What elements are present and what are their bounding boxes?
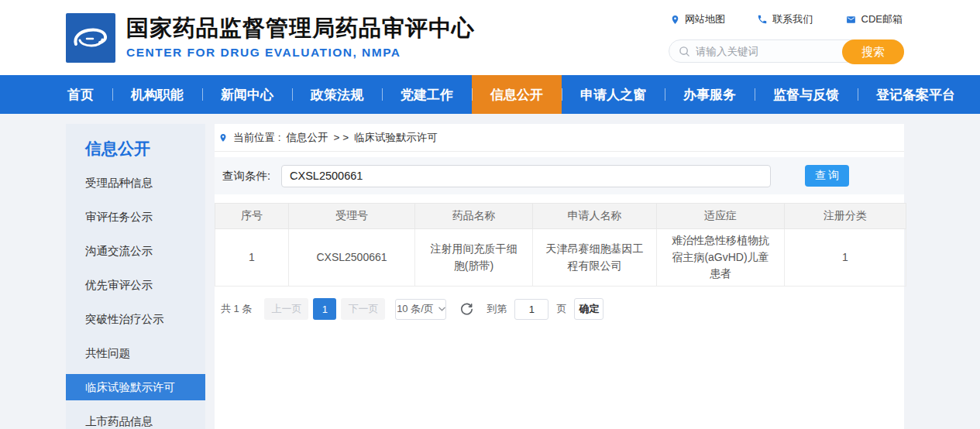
sidebar-item-common-issues[interactable]: 共性问题	[66, 336, 205, 370]
cell-registration-category: 1	[785, 229, 906, 287]
pagination-total: 共 1 条	[221, 302, 252, 316]
main-panel: 当前位置 : 信息公开 > > 临床试验默示许可 查询条件: 查询 序号 受理号	[215, 124, 904, 429]
contact-us-link[interactable]: 联系我们	[757, 12, 813, 26]
nav-item-news[interactable]: 新闻中心	[202, 75, 292, 114]
cell-indication: 难治性急性移植物抗宿主病(aGvHD)儿童患者	[657, 229, 785, 287]
col-header-indication: 适应症	[657, 204, 785, 229]
location-pin-icon	[218, 132, 228, 143]
cell-seq: 1	[215, 229, 289, 287]
col-header-acceptance-no: 受理号	[289, 204, 415, 229]
page-number-1[interactable]: 1	[313, 298, 336, 320]
refresh-icon[interactable]	[460, 303, 473, 316]
nav-item-services[interactable]: 办事服务	[665, 75, 755, 114]
table-header-row: 序号 受理号 药品名称 申请人名称 适应症 注册分类	[215, 204, 906, 229]
query-button[interactable]: 查询	[805, 165, 849, 187]
page-size-value: 10 条/页	[397, 302, 434, 316]
brand: 国家药品监督管理局药品审评中心 CENTER FOR DRUG EVALUATI…	[66, 13, 475, 63]
nav-item-party-building[interactable]: 党建工作	[382, 75, 472, 114]
results-table-wrap: 序号 受理号 药品名称 申请人名称 适应症 注册分类 1 CXSL2500661…	[215, 203, 904, 287]
breadcrumb-prefix: 当前位置 :	[233, 131, 281, 145]
goto-page-suffix: 页	[556, 302, 566, 316]
sidebar: 信息公开 受理品种信息 审评任务公示 沟通交流公示 优先审评公示 突破性治疗公示…	[66, 124, 205, 429]
nav-item-info-disclosure[interactable]: 信息公开	[472, 75, 562, 114]
goto-page-prefix: 到第	[487, 302, 507, 316]
top-header: 国家药品监督管理局药品审评中心 CENTER FOR DRUG EVALUATI…	[0, 0, 980, 75]
site-title-cn: 国家药品监督管理局药品审评中心	[126, 15, 475, 41]
query-input[interactable]	[281, 165, 771, 187]
main-nav: 首页 机构职能 新闻中心 政策法规 党建工作 信息公开 申请人之窗 办事服务 监…	[0, 75, 980, 114]
sidebar-item-priority-review[interactable]: 优先审评公示	[66, 268, 205, 302]
page-size-select[interactable]: 10 条/页	[395, 299, 446, 320]
breadcrumb-separator: > >	[334, 132, 349, 143]
nav-item-registration-platform[interactable]: 登记备案平台	[858, 75, 974, 114]
cde-logo-icon	[66, 13, 115, 63]
breadcrumb-current: 临床试验默示许可	[354, 131, 438, 145]
next-page-button[interactable]: 下一页	[341, 298, 385, 320]
envelope-icon	[845, 15, 857, 25]
search-icon	[679, 46, 690, 57]
sidebar-title: 信息公开	[66, 138, 205, 160]
table-row: 1 CXSL2500661 注射用间充质干细胞(脐带) 天津昂赛细胞基因工程有限…	[215, 229, 906, 287]
col-header-seq: 序号	[215, 204, 289, 229]
cell-drug-name: 注射用间充质干细胞(脐带)	[415, 229, 533, 287]
nav-item-policies[interactable]: 政策法规	[292, 75, 382, 114]
col-header-applicant: 申请人名称	[533, 204, 657, 229]
site-search-button[interactable]: 搜索	[842, 39, 904, 64]
cde-mail-link[interactable]: CDE邮箱	[845, 12, 903, 26]
sidebar-item-breakthrough-therapy[interactable]: 突破性治疗公示	[66, 302, 205, 336]
chevron-down-icon	[438, 307, 445, 311]
pagination: 共 1 条 上一页 1 下一页 10 条/页 到第 页 确定	[215, 298, 904, 320]
query-label: 查询条件:	[222, 169, 270, 184]
nav-item-supervision-feedback[interactable]: 监督与反馈	[755, 75, 858, 114]
query-bar: 查询条件: 查询	[215, 157, 904, 194]
sidebar-item-communication[interactable]: 沟通交流公示	[66, 234, 205, 268]
cell-applicant: 天津昂赛细胞基因工程有限公司	[533, 229, 657, 287]
sidebar-item-accepted-varieties[interactable]: 受理品种信息	[66, 166, 205, 200]
sidebar-item-clinical-trial-implied-license[interactable]: 临床试验默示许可	[66, 374, 205, 400]
goto-confirm-button[interactable]: 确定	[574, 298, 603, 320]
site-title-en: CENTER FOR DRUG EVALUATION, NMPA	[126, 46, 475, 60]
sitemap-link[interactable]: 网站地图	[670, 12, 725, 26]
nav-item-applicant-window[interactable]: 申请人之窗	[562, 75, 665, 114]
goto-page-input[interactable]	[514, 299, 548, 320]
site-search-bar: 搜索	[669, 39, 904, 63]
col-header-drug-name: 药品名称	[415, 204, 533, 229]
nav-item-home[interactable]: 首页	[66, 75, 112, 114]
sitemap-link-label: 网站地图	[685, 12, 725, 26]
location-pin-icon	[670, 14, 680, 26]
sidebar-item-review-tasks[interactable]: 审评任务公示	[66, 200, 205, 234]
prev-page-button[interactable]: 上一页	[264, 298, 308, 320]
contact-us-link-label: 联系我们	[772, 12, 813, 26]
quick-links: 网站地图 联系我们 CDE邮箱	[669, 12, 904, 26]
breadcrumb-section-link[interactable]: 信息公开	[287, 131, 328, 145]
site-search-input[interactable]	[696, 46, 840, 57]
cell-acceptance-no: CXSL2500661	[289, 229, 415, 287]
nav-item-functions[interactable]: 机构职能	[112, 75, 202, 114]
col-header-registration-category: 注册分类	[785, 204, 906, 229]
results-table: 序号 受理号 药品名称 申请人名称 适应症 注册分类 1 CXSL2500661…	[215, 203, 906, 287]
sidebar-item-marketed-drugs[interactable]: 上市药品信息	[66, 404, 205, 429]
breadcrumb: 当前位置 : 信息公开 > > 临床试验默示许可	[215, 124, 904, 152]
cde-mail-link-label: CDE邮箱	[861, 12, 903, 26]
phone-icon	[757, 14, 768, 25]
